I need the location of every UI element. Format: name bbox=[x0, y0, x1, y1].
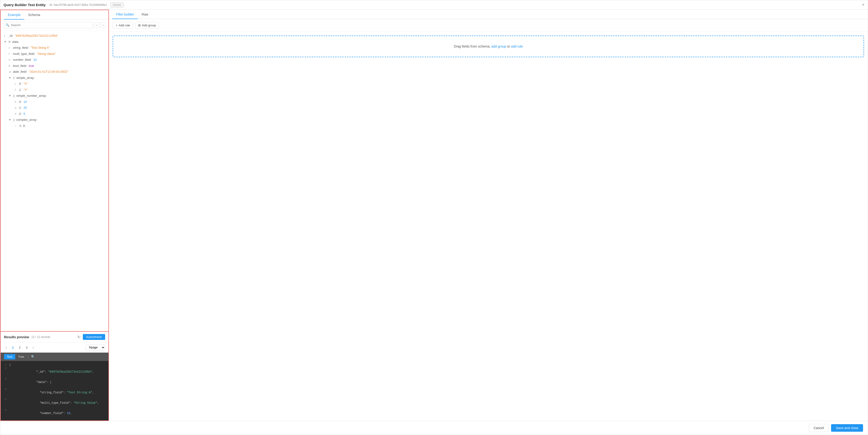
code-view: 1 { 2 "_id": "6697b25ba228172e1211195d",… bbox=[1, 361, 108, 420]
search-input[interactable] bbox=[11, 23, 91, 27]
list-item: b bool_field: true bbox=[1, 63, 108, 69]
search-next-button[interactable]: › bbox=[100, 22, 105, 28]
save-close-button[interactable]: Save and close bbox=[831, 424, 863, 432]
code-line: 1 { bbox=[1, 363, 108, 367]
list-item: t 0: "X" bbox=[1, 81, 108, 87]
tab-filter-builder[interactable]: Filter builder bbox=[112, 10, 138, 19]
per-page-select[interactable]: 5/page 10/page 25/page bbox=[86, 344, 105, 350]
main-content: Example Schema 🔍 ‹ › bbox=[0, 10, 868, 421]
pagination: ‹ 1 2 3 › 5/page 10/page 25/page bbox=[1, 343, 108, 353]
result-view-tabs: Text Tree | 🔍 bbox=[1, 353, 108, 361]
add-rule-link[interactable]: add rule bbox=[511, 45, 523, 48]
add-group-link[interactable]: add group bbox=[491, 45, 506, 48]
search-icon: 🔍 bbox=[6, 23, 9, 27]
delete-button[interactable]: Delete bbox=[110, 2, 124, 7]
list-item: n 2: 5 bbox=[1, 111, 108, 117]
result-tab-tree[interactable]: Tree bbox=[15, 354, 27, 359]
code-line: 6 "number_field": 10, bbox=[1, 408, 108, 418]
list-item: t multi_type_field: "String Value" bbox=[1, 51, 108, 57]
code-line: 5 "multi_type_field": "String Value", bbox=[1, 398, 108, 408]
list-item: ▼ ⊞ data: bbox=[1, 39, 108, 45]
list-item: ▼ [] simple_number_array: bbox=[1, 93, 108, 99]
footer: Cancel Save and close bbox=[0, 421, 868, 435]
list-item: t 1: "Y" bbox=[1, 87, 108, 93]
left-panel-tabs: Example Schema bbox=[1, 10, 108, 20]
list-item: ⊙ date_field: "2024-01-01T12:00:00.000Z" bbox=[1, 69, 108, 75]
search-nav: ‹ › bbox=[94, 22, 105, 28]
results-section: Results preview 12 / 12 records ↻ Autore… bbox=[1, 331, 108, 420]
page-next-button[interactable]: › bbox=[31, 345, 35, 350]
page-1-button[interactable]: 1 bbox=[10, 345, 16, 350]
list-item: ▼ [] simple_array: bbox=[1, 75, 108, 81]
plus-icon: + bbox=[116, 24, 118, 27]
filter-toolbar: + Add rule ⊞ Add group bbox=[109, 19, 868, 32]
drop-zone-or: or bbox=[506, 45, 511, 48]
results-count: 12 / 12 records bbox=[32, 336, 50, 339]
list-item: ▼ [] complex_array: bbox=[1, 117, 108, 123]
list-item: t _id: "6697b25ba228172e1211195d" bbox=[1, 33, 108, 39]
search-area: 🔍 ‹ › bbox=[1, 20, 108, 31]
result-search-icon[interactable]: 🔍 bbox=[31, 355, 35, 358]
app-window: Query Builder Test Entity ID: 5da78798-a… bbox=[0, 0, 868, 435]
autorefresh-button[interactable]: Autorefresh bbox=[83, 334, 105, 340]
list-item: t string_field: "Test String A" bbox=[1, 45, 108, 51]
right-panel-tabs: Filter builder Raw bbox=[109, 10, 868, 19]
search-box: 🔍 bbox=[3, 22, 93, 28]
right-panel: Filter builder Raw + Add rule ⊞ Add grou… bbox=[109, 10, 868, 421]
list-item: – ⊞ 0: bbox=[1, 123, 108, 129]
cancel-button[interactable]: Cancel bbox=[809, 424, 829, 432]
code-line: 2 "_id": "6697b25ba228172e1211195d", bbox=[1, 367, 108, 377]
search-prev-button[interactable]: ‹ bbox=[94, 22, 99, 28]
filter-area: Drag fields from schema, add group or ad… bbox=[109, 32, 868, 421]
list-item: n number_field: 10 bbox=[1, 57, 108, 63]
window-title: Query Builder Test Entity bbox=[3, 3, 45, 7]
results-header: Results preview 12 / 12 records ↻ Autore… bbox=[1, 332, 108, 343]
add-rule-button[interactable]: + Add rule bbox=[113, 22, 133, 29]
title-bar: Query Builder Test Entity ID: 5da78798-a… bbox=[0, 0, 868, 10]
page-3-button[interactable]: 3 bbox=[24, 345, 29, 350]
list-item: n 1: 20 bbox=[1, 105, 108, 111]
entity-id: ID: 5da78798-ab28-4437-895e-7615966fd8e1 bbox=[50, 3, 107, 7]
tab-raw[interactable]: Raw bbox=[138, 10, 152, 19]
filter-drop-zone: Drag fields from schema, add group or ad… bbox=[113, 35, 864, 57]
tab-schema[interactable]: Schema bbox=[24, 10, 44, 20]
add-group-button[interactable]: ⊞ Add group bbox=[135, 22, 159, 29]
page-prev-button[interactable]: ‹ bbox=[4, 345, 9, 350]
group-icon: ⊞ bbox=[138, 24, 141, 27]
tree-container[interactable]: t _id: "6697b25ba228172e1211195d" ▼ ⊞ da… bbox=[1, 31, 108, 331]
refresh-button[interactable]: ↻ bbox=[78, 335, 81, 339]
code-line: 3 "data": { bbox=[1, 377, 108, 387]
results-title: Results preview bbox=[4, 335, 29, 339]
drop-zone-text: Drag fields from schema, bbox=[454, 45, 491, 48]
page-2-button[interactable]: 2 bbox=[17, 345, 23, 350]
close-button[interactable]: × bbox=[862, 2, 865, 7]
code-line: 4 "string_field": "Test String A", bbox=[1, 387, 108, 398]
result-tab-text[interactable]: Text bbox=[4, 354, 15, 359]
tab-example[interactable]: Example bbox=[4, 10, 24, 20]
left-panel: Example Schema 🔍 ‹ › bbox=[0, 10, 109, 421]
list-item: n 0: 10 bbox=[1, 99, 108, 105]
